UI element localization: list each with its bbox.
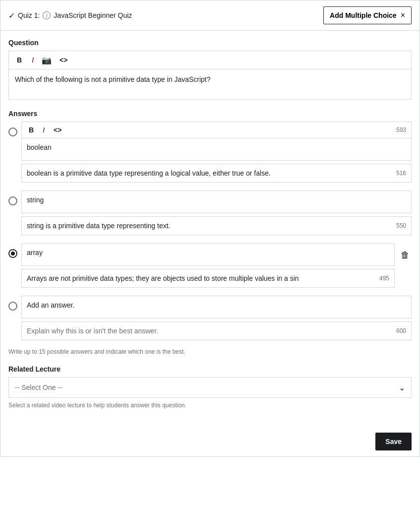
close-icon: ×: [401, 11, 405, 20]
main-content: Question B I 📷 <> Which of the following…: [0, 31, 420, 427]
answer-box-1: B I <> 593 boolean: [21, 122, 412, 161]
question-italic-button[interactable]: I: [30, 55, 36, 65]
breadcrumb-quiz-label: Quiz 1:: [18, 11, 40, 19]
check-circle-icon: ✓: [8, 11, 15, 20]
answer-italic-btn-1[interactable]: I: [41, 125, 47, 135]
answer-item-3: array Arrays are not primitive data type…: [8, 243, 412, 288]
question-editor: B I 📷 <> Which of the following is not a…: [8, 51, 412, 100]
answer-text-1[interactable]: boolean: [22, 138, 411, 160]
related-lecture-label: Related Lecture: [8, 365, 412, 373]
answers-section-label: Answers: [8, 110, 412, 118]
add-multiple-choice-label: Add Multiple Choice: [330, 11, 397, 19]
explanation-text-2[interactable]: string is a primitive data type represen…: [27, 222, 390, 230]
answer-char-count-1: 593: [396, 127, 406, 133]
answer-box-3: array: [21, 243, 395, 266]
answer-item-4: Add an answer. Explain why this is or is…: [8, 296, 412, 340]
answer-radio-4[interactable]: [8, 302, 17, 311]
delete-answer-3-button[interactable]: 🗑: [399, 243, 412, 262]
answer-code-btn-1[interactable]: <>: [52, 125, 63, 135]
explanation-char-3: 495: [379, 275, 389, 282]
explanation-text-1[interactable]: boolean is a primitive data type represe…: [27, 169, 390, 177]
answer-box-4: Add an answer.: [21, 296, 412, 318]
answer-text-4[interactable]: Add an answer.: [22, 296, 411, 318]
page-header: ✓ Quiz 1: i JavaScript Beginner Quiz Add…: [0, 0, 420, 31]
related-lecture-select-wrapper: -- Select One -- ⌄: [8, 377, 412, 398]
answer-radio-wrapper-1: [8, 122, 17, 136]
explanation-box-2: string is a primitive data type represen…: [21, 216, 412, 235]
question-bold-button[interactable]: B: [15, 55, 24, 65]
quiz-info-icon: i: [43, 11, 51, 19]
answers-section: Answers B I <> 593: [8, 110, 412, 340]
answer-radio-wrapper-4: [8, 296, 17, 311]
question-section-label: Question: [8, 39, 412, 47]
explanation-box-1: boolean is a primitive data type represe…: [21, 164, 412, 183]
answer-content-4: Add an answer. Explain why this is or is…: [21, 296, 412, 340]
save-button[interactable]: Save: [375, 433, 412, 450]
add-multiple-choice-button[interactable]: Add Multiple Choice ×: [323, 6, 412, 24]
answer-bold-btn-1[interactable]: B: [27, 125, 36, 135]
answer-radio-wrapper-3: [8, 243, 17, 258]
page-footer: Save: [0, 427, 420, 456]
answer-item-2: string string is a primitive data type r…: [8, 190, 412, 235]
answer-box-2: string: [21, 190, 412, 213]
lecture-hint: Select a related video lecture to help s…: [8, 402, 412, 409]
answer-content-2: string string is a primitive data type r…: [21, 190, 412, 235]
answers-hint: Write up to 15 possible answers and indi…: [8, 348, 412, 355]
answer-toolbar-1: B I <> 593: [22, 122, 411, 138]
related-lecture-select[interactable]: -- Select One --: [9, 378, 411, 397]
explanation-char-4: 600: [396, 327, 406, 334]
answer-radio-1[interactable]: [8, 127, 17, 136]
explanation-box-4: Explain why this is or isn't the best an…: [21, 321, 412, 340]
answer-radio-3[interactable]: [8, 249, 17, 258]
explanation-char-2: 550: [396, 222, 406, 229]
answer-radio-2[interactable]: [8, 196, 17, 205]
answer-toolbar-left-1: B I <>: [27, 125, 63, 135]
question-content[interactable]: Which of the following is not a primitiv…: [9, 69, 411, 99]
question-image-icon[interactable]: 📷: [42, 56, 52, 65]
answer-radio-wrapper-2: [8, 190, 17, 205]
explanation-box-3: Arrays are not primitive data types; the…: [21, 269, 395, 288]
quiz-name: JavaScript Beginner Quiz: [54, 11, 132, 19]
answer-text-2[interactable]: string: [22, 191, 411, 213]
answer-content-1: B I <> 593 boolean boolean is a primitiv…: [21, 122, 412, 183]
explanation-char-1: 516: [396, 170, 406, 177]
answer-text-3[interactable]: array: [22, 244, 394, 265]
answer-content-3: array Arrays are not primitive data type…: [21, 243, 395, 288]
question-code-button[interactable]: <>: [58, 55, 69, 65]
answer-item-1: B I <> 593 boolean boolean is a primitiv…: [8, 122, 412, 183]
question-toolbar: B I 📷 <>: [9, 51, 411, 69]
related-lecture-section: Related Lecture -- Select One -- ⌄ Selec…: [8, 365, 412, 409]
breadcrumb: ✓ Quiz 1: i JavaScript Beginner Quiz: [8, 11, 132, 20]
explanation-text-3[interactable]: Arrays are not primitive data types; the…: [27, 274, 373, 282]
explanation-text-4[interactable]: Explain why this is or isn't the best an…: [27, 327, 390, 335]
